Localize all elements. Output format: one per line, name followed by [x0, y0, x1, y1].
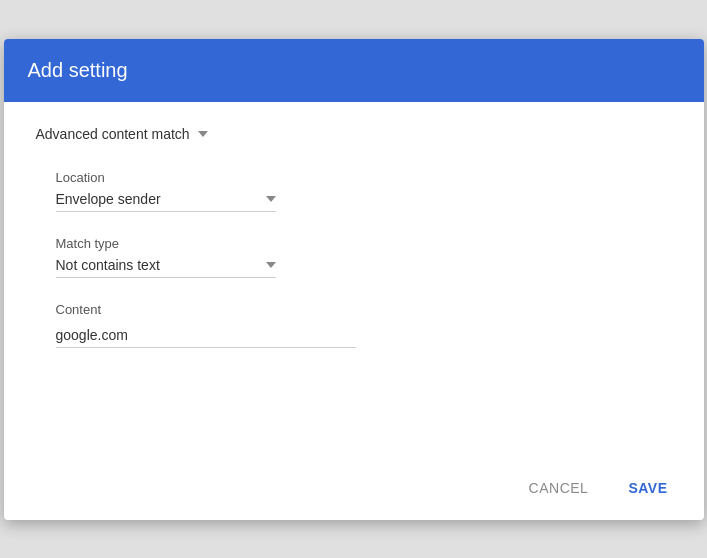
location-field-group: Location Envelope sender — [56, 170, 672, 212]
cancel-button[interactable]: CANCEL — [517, 472, 601, 504]
location-dropdown-arrow — [266, 196, 276, 202]
location-dropdown-value: Envelope sender — [56, 191, 260, 207]
location-label: Location — [56, 170, 672, 185]
dialog-footer: CANCEL SAVE — [4, 456, 704, 520]
add-setting-dialog: Add setting Advanced content match Locat… — [4, 39, 704, 520]
match-type-dropdown[interactable]: Not contains text — [56, 257, 276, 278]
save-button[interactable]: SAVE — [616, 472, 679, 504]
content-field-group: Content — [56, 302, 672, 348]
dialog-header: Add setting — [4, 39, 704, 102]
match-type-dropdown-arrow — [266, 262, 276, 268]
content-input[interactable] — [56, 323, 356, 348]
form-section: Location Envelope sender Match type Not … — [56, 170, 672, 348]
match-type-label: Match type — [56, 236, 672, 251]
location-dropdown[interactable]: Envelope sender — [56, 191, 276, 212]
dialog-body: Advanced content match Location Envelope… — [4, 102, 704, 396]
setting-type-dropdown-arrow[interactable] — [198, 131, 208, 137]
dialog-title: Add setting — [28, 59, 128, 81]
match-type-field-group: Match type Not contains text — [56, 236, 672, 278]
setting-type-label: Advanced content match — [36, 126, 190, 142]
setting-type-row[interactable]: Advanced content match — [36, 126, 672, 142]
match-type-dropdown-value: Not contains text — [56, 257, 260, 273]
content-label: Content — [56, 302, 672, 317]
